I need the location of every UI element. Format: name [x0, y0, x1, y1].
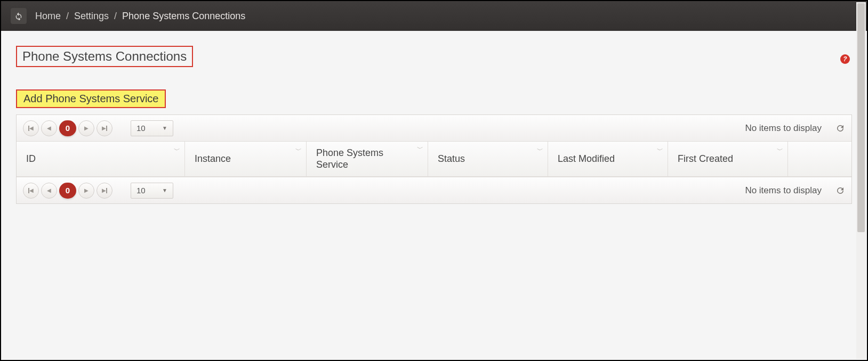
breadcrumb-separator: / — [66, 11, 69, 22]
pager-last-button[interactable]: ▶ — [97, 120, 112, 136]
breadcrumb-home[interactable]: Home — [35, 11, 61, 22]
scrollbar-thumb[interactable] — [857, 3, 865, 232]
pager-prev-button[interactable]: ◀ — [41, 120, 57, 136]
data-grid: ◀ ◀ 0 ▶ ▶ 10 ▼ No items to display ID ﹀ … — [16, 114, 852, 204]
chevron-down-icon: ﹀ — [657, 146, 663, 155]
page-size-select[interactable]: 10 ▼ — [131, 120, 173, 136]
page-size-value: 10 — [136, 186, 146, 195]
pager-bottom: ◀ ◀ 0 ▶ ▶ 10 ▼ No items to display — [17, 177, 851, 203]
pager-first-button[interactable]: ◀ — [23, 120, 39, 136]
chevron-down-icon: ﹀ — [295, 146, 302, 155]
column-header-status[interactable]: Status ﹀ — [428, 142, 548, 176]
pager-prev-button[interactable]: ◀ — [41, 183, 57, 199]
column-header-spacer — [788, 142, 851, 176]
pager-current-page: 0 — [59, 120, 76, 136]
column-label: ID — [26, 153, 36, 165]
help-icon[interactable]: ? — [840, 54, 850, 64]
pager-status-text: No items to display — [745, 185, 822, 196]
chevron-down-icon: ﹀ — [174, 146, 180, 155]
column-header-phone-systems-service[interactable]: Phone Systems Service ﹀ — [307, 142, 428, 176]
pager-current-page: 0 — [59, 183, 76, 199]
grid-reload-icon[interactable] — [835, 186, 845, 195]
column-label: Status — [438, 153, 465, 165]
grid-reload-icon[interactable] — [835, 124, 845, 133]
page-size-value: 10 — [136, 124, 146, 133]
pager-next-button[interactable]: ▶ — [78, 183, 94, 199]
column-label: First Created — [678, 153, 733, 165]
grid-header-row: ID ﹀ Instance ﹀ Phone Systems Service ﹀ … — [17, 142, 851, 177]
column-header-id[interactable]: ID ﹀ — [17, 142, 185, 176]
pager-status-text: No items to display — [745, 123, 822, 134]
chevron-down-icon: ▼ — [162, 187, 167, 193]
column-label: Instance — [195, 153, 231, 165]
vertical-scrollbar[interactable] — [856, 2, 866, 359]
page-size-select[interactable]: 10 ▼ — [131, 183, 173, 199]
pager-last-button[interactable]: ▶ — [97, 183, 112, 199]
refresh-icon[interactable] — [11, 8, 27, 24]
column-header-instance[interactable]: Instance ﹀ — [185, 142, 307, 176]
pager-first-button[interactable]: ◀ — [23, 183, 39, 199]
chevron-down-icon: ﹀ — [777, 146, 783, 155]
column-label: Last Modified — [558, 153, 615, 165]
chevron-down-icon: ﹀ — [537, 146, 543, 155]
pager-next-button[interactable]: ▶ — [78, 120, 94, 136]
breadcrumb-settings[interactable]: Settings — [74, 11, 109, 22]
column-label: Phone Systems Service — [316, 147, 418, 170]
column-header-last-modified[interactable]: Last Modified ﹀ — [548, 142, 668, 176]
page-title: Phone Systems Connections — [16, 46, 193, 67]
breadcrumb-separator: / — [114, 11, 117, 22]
breadcrumb-current: Phone Systems Connections — [122, 11, 245, 22]
breadcrumb-bar: Home / Settings / Phone Systems Connecti… — [1, 1, 867, 31]
chevron-down-icon: ▼ — [162, 125, 167, 131]
column-header-first-created[interactable]: First Created ﹀ — [668, 142, 788, 176]
add-phone-systems-service-button[interactable]: Add Phone Systems Service — [16, 89, 166, 108]
pager-top: ◀ ◀ 0 ▶ ▶ 10 ▼ No items to display — [17, 115, 851, 142]
